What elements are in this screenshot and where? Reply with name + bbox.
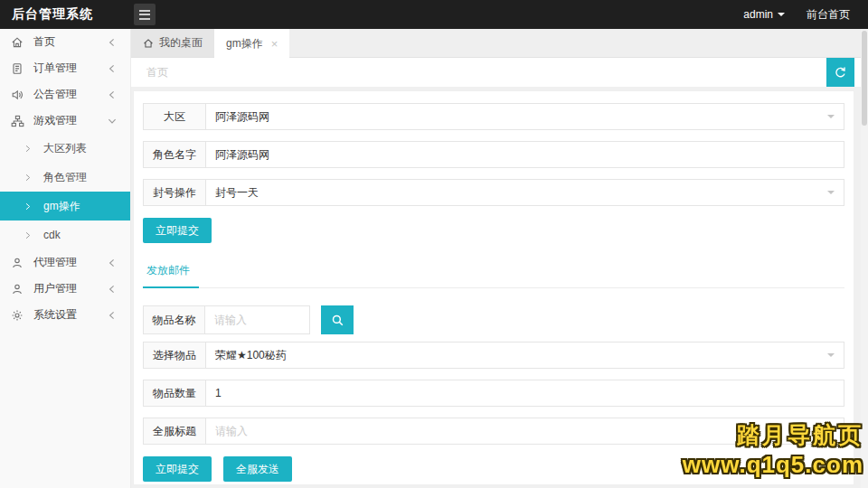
chevron-left-icon — [108, 38, 117, 47]
sidebar-subitem-cdk[interactable]: cdk — [0, 221, 130, 249]
sidebar-item-label: 用户管理 — [33, 281, 77, 296]
ban-action-select-value: 封号一天 — [215, 185, 259, 201]
user-name: admin — [743, 8, 773, 21]
sidebar-item-announcements[interactable]: 公告管理 — [0, 81, 130, 108]
form-row-item-select: 选择物品 荣耀★100秘药 — [143, 342, 844, 369]
user-icon — [11, 257, 25, 269]
frontend-home-link[interactable]: 前台首页 — [807, 7, 850, 23]
sidebar-subitem-label: cdk — [43, 229, 61, 241]
mail-section-tabs: 发放邮件 — [143, 256, 844, 288]
caret-down-icon — [827, 115, 835, 122]
tab-my-desktop[interactable]: 我的桌面 — [131, 29, 214, 57]
caret-down-icon — [827, 353, 835, 361]
sidebar-subitem-label: gm操作 — [43, 199, 80, 214]
tab-label: gm操作 — [226, 36, 263, 52]
chevron-right-icon — [24, 174, 32, 182]
form-row-quantity: 物品数量 — [143, 380, 844, 407]
close-icon[interactable]: × — [271, 38, 278, 50]
gear-icon — [11, 309, 25, 322]
caret-down-icon — [827, 191, 835, 198]
chevron-right-icon — [24, 231, 32, 239]
user-menu[interactable]: admin — [743, 8, 785, 21]
chevron-left-icon — [108, 90, 117, 99]
chevron-left-icon — [108, 285, 117, 294]
role-name-label: 角色名字 — [144, 142, 206, 167]
sidebar-toggle-button[interactable] — [134, 4, 156, 25]
tab-send-mail[interactable]: 发放邮件 — [143, 256, 199, 288]
mail-submit-button[interactable]: 立即提交 — [143, 456, 212, 482]
sidebar-subitem-region-list[interactable]: 大区列表 — [0, 134, 130, 163]
ban-action-select[interactable]: 封号一天 — [206, 180, 844, 205]
document-icon — [11, 62, 25, 75]
sidebar-item-label: 订单管理 — [33, 61, 77, 76]
sidebar-subitem-label: 角色管理 — [43, 170, 87, 185]
sidebar-item-label: 首页 — [33, 34, 55, 50]
form-row-broadcast-title: 全服标题 — [143, 418, 844, 445]
role-name-input[interactable] — [215, 148, 835, 161]
form-row-item-name: 物品名称 — [143, 305, 844, 334]
chevron-down-icon — [108, 117, 117, 126]
tab-label: 我的桌面 — [159, 35, 203, 51]
region-label: 大区 — [144, 104, 206, 129]
gm-submit-button[interactable]: 立即提交 — [143, 218, 212, 243]
breadcrumb[interactable]: 首页 — [146, 65, 168, 80]
chevron-left-icon — [108, 311, 117, 320]
sidebar-item-agents[interactable]: 代理管理 — [0, 249, 130, 276]
sidebar-subitem-role-management[interactable]: 角色管理 — [0, 163, 130, 192]
sidebar-item-label: 代理管理 — [33, 255, 77, 270]
region-select-value: 阿泽源码网 — [215, 109, 269, 125]
vertical-scrollbar[interactable] — [861, 29, 868, 488]
broadcast-send-button[interactable]: 全服发送 — [223, 456, 292, 482]
sidebar: 首页 订单管理 公告管理 游戏管理 — [0, 29, 131, 488]
chevron-right-icon — [24, 145, 32, 153]
sidebar-item-users[interactable]: 用户管理 — [0, 276, 130, 302]
content-panel: 大区 阿泽源码网 角色名字 封号操作 封号一天 立即提交 发放邮件 — [133, 90, 854, 485]
form-row-ban-action: 封号操作 封号一天 — [143, 179, 844, 206]
quantity-input[interactable] — [215, 387, 835, 399]
item-name-input[interactable] — [204, 305, 310, 334]
form-row-region: 大区 阿泽源码网 — [143, 103, 844, 130]
home-icon — [11, 36, 25, 49]
app-title: 后台管理系统 — [0, 6, 131, 23]
sidebar-item-settings[interactable]: 系统设置 — [0, 302, 130, 328]
item-select-label: 选择物品 — [144, 343, 206, 368]
sidebar-subitem-gm-operations[interactable]: gm操作 — [0, 192, 130, 221]
refresh-icon — [834, 66, 847, 80]
hamburger-icon — [139, 10, 150, 12]
item-select[interactable]: 荣耀★100秘药 — [206, 343, 844, 368]
tab-strip: 我的桌面 gm操作 × — [131, 29, 868, 58]
home-icon — [143, 38, 154, 49]
quantity-label: 物品数量 — [144, 380, 206, 406]
item-select-value: 荣耀★100秘药 — [215, 348, 287, 363]
chevron-down-icon — [778, 13, 785, 20]
region-select[interactable]: 阿泽源码网 — [206, 104, 844, 129]
sidebar-item-label: 公告管理 — [33, 87, 77, 102]
chevron-left-icon — [108, 64, 117, 73]
search-icon — [331, 314, 344, 327]
sidebar-subitem-label: 大区列表 — [43, 141, 87, 156]
sidebar-item-label: 系统设置 — [33, 307, 77, 323]
sidebar-item-orders[interactable]: 订单管理 — [0, 55, 130, 81]
item-name-label: 物品名称 — [143, 305, 205, 334]
sidebar-item-games[interactable]: 游戏管理 — [0, 108, 130, 134]
sidebar-item-label: 游戏管理 — [33, 113, 77, 128]
chevron-right-icon — [24, 202, 32, 211]
main-area: 我的桌面 gm操作 × 首页 大区 阿泽源码网 角色名字 — [131, 29, 868, 488]
speaker-icon — [11, 89, 25, 101]
item-search-button[interactable] — [321, 305, 354, 334]
chevron-left-icon — [108, 258, 117, 267]
sidebar-item-home[interactable]: 首页 — [0, 29, 130, 55]
broadcast-title-input[interactable] — [215, 425, 835, 437]
user-icon — [11, 283, 25, 296]
top-header: 后台管理系统 admin 前台首页 — [0, 0, 868, 29]
sitemap-icon — [11, 115, 25, 127]
scrollbar-thumb[interactable] — [862, 31, 867, 126]
breadcrumb-bar: 首页 — [131, 58, 868, 87]
refresh-button[interactable] — [826, 58, 854, 87]
ban-action-label: 封号操作 — [144, 180, 206, 205]
broadcast-title-label: 全服标题 — [144, 418, 206, 444]
games-submenu: 大区列表 角色管理 gm操作 cdk — [0, 134, 130, 249]
tab-gm-operations[interactable]: gm操作 × — [214, 29, 289, 58]
form-row-role-name: 角色名字 — [143, 141, 844, 168]
